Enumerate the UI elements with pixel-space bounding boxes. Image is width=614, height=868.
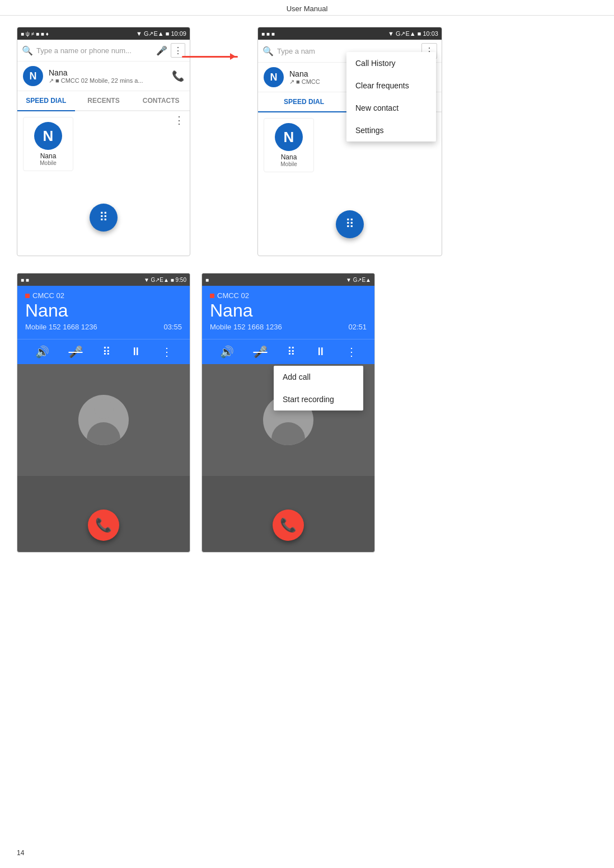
page-header: User Manual — [0, 0, 614, 16]
dropdown-menu: Call History Clear frequents New contact… — [346, 52, 436, 141]
more-icon-3[interactable]: ⋮ — [161, 345, 172, 358]
phone-icon-1: 📞 — [172, 70, 184, 82]
contact-detail-1: ↗ ■ CMCC 02 Mobile, 22 mins a... — [49, 77, 166, 84]
fab-icon-2: ⠿ — [345, 217, 354, 232]
arrow-to-screen2 — [182, 56, 238, 58]
contact-detail-text-2: ↗ ■ CMCC — [289, 78, 320, 86]
call-status-left-4: ■ — [205, 277, 209, 283]
speed-dial-area-1: ⋮ N Nana Mobile ⠿ — [17, 111, 190, 240]
search-icon-1: 🔍 — [22, 45, 33, 56]
recent-contact-bar-1[interactable]: N Nana ↗ ■ CMCC 02 Mobile, 22 mins a... … — [17, 62, 190, 91]
speaker-icon-3[interactable]: 🔊 — [35, 345, 49, 358]
call-status-right-4: ▼ G↗E▲ — [346, 277, 371, 283]
person-body-3 — [87, 422, 120, 445]
speed-dial-card-2[interactable]: N Nana Mobile — [264, 118, 314, 172]
search-icon-2: 🔍 — [263, 46, 274, 56]
call-avatar-area-3 — [17, 364, 190, 476]
contact-name-1: Nana — [49, 68, 166, 77]
tab-speed-dial-1[interactable]: SPEED DIAL — [17, 91, 75, 111]
contact-person-icon-3 — [78, 395, 129, 445]
call-header-4: CMCC 02 Nana Mobile 152 1668 1236 02:51 — [202, 286, 374, 339]
hold-icon-3[interactable]: ⏸ — [130, 345, 142, 358]
speed-dial-avatar-1: N — [34, 122, 62, 150]
mute-icon-3[interactable]: 🎤 — [69, 345, 83, 358]
call-actions-4: 🔊 🎤 ⠿ ⏸ ⋮ — [202, 339, 374, 364]
status-left-2: ■ ■ ■ — [261, 31, 275, 37]
more-icon-4[interactable]: ⋮ — [346, 345, 357, 358]
contact-info-1: Nana ↗ ■ CMCC 02 Mobile, 22 mins a... — [49, 68, 166, 84]
status-bar-2: ■ ■ ■ ▼ G↗E▲ ■ 10:03 — [258, 27, 442, 40]
call-number-3: Mobile 152 1668 1236 — [25, 323, 97, 331]
screen-dialer-main: ■ ψ ≠ ■ ■ ♦ ▼ G↗E▲ ■ 10:09 🔍 Type a name… — [17, 27, 190, 256]
carrier-dot-4 — [210, 294, 214, 298]
status-right-2: ▼ G↗E▲ ■ 10:03 — [388, 30, 438, 37]
speed-dial-avatar-2: N — [275, 123, 303, 151]
person-body-4 — [271, 422, 305, 445]
end-call-icon-4: 📞 — [280, 517, 297, 533]
end-call-button-4[interactable]: 📞 — [273, 510, 304, 541]
header-title: User Manual — [287, 4, 328, 13]
speed-dial-type-2: Mobile — [269, 161, 309, 167]
call-number-time-3: Mobile 152 1668 1236 03:55 — [25, 323, 182, 331]
call-status-left-3: ■ ■ — [21, 277, 29, 283]
screen-dialer-menu: ■ ■ ■ ▼ G↗E▲ ■ 10:03 🔍 Type a nam ⋮ N — [257, 27, 442, 256]
mute-icon-4[interactable]: 🎤 — [254, 345, 268, 358]
fab-button-1[interactable]: ⠿ — [90, 204, 118, 232]
person-head-3 — [94, 399, 114, 419]
call-context-menu: Add call Start recording — [274, 366, 363, 411]
tab-recents-1[interactable]: RECENTS — [75, 91, 133, 110]
call-status-bar-4: ■ ▼ G↗E▲ — [202, 273, 374, 286]
call-number-4: Mobile 152 1668 1236 — [210, 323, 282, 331]
search-field-1[interactable]: Type a name or phone num... — [36, 46, 153, 55]
call-status-bar-3: ■ ■ ▼ G↗E▲ ■ 9:50 — [17, 273, 190, 286]
speed-dial-card-1[interactable]: N Nana Mobile — [23, 117, 73, 171]
status-icons-left-1: ■ ψ ≠ ■ ■ ♦ — [21, 31, 49, 37]
carrier-dot-3 — [25, 294, 30, 298]
speed-dial-more-icon-1[interactable]: ⋮ — [174, 114, 184, 126]
mic-icon-1: 🎤 — [156, 45, 167, 56]
call-duration-4: 02:51 — [348, 323, 367, 331]
search-bar-1: 🔍 Type a name or phone num... 🎤 ⋮ — [17, 40, 190, 62]
tab-contacts-1[interactable]: CONTACTS — [132, 91, 190, 110]
contact-avatar-2: N — [264, 67, 284, 87]
context-start-recording[interactable]: Start recording — [274, 388, 363, 411]
call-carrier-3: CMCC 02 — [25, 291, 182, 300]
status-icons-left-2: ■ ■ ■ — [261, 31, 275, 37]
hold-icon-4[interactable]: ⏸ — [315, 345, 326, 358]
call-duration-3: 03:55 — [163, 323, 182, 331]
speed-dial-name-1: Nana — [28, 152, 68, 160]
status-right-text-2: ▼ G↗E▲ ■ 10:03 — [388, 30, 438, 37]
fab-icon-1: ⠿ — [99, 210, 108, 225]
end-call-button-3[interactable]: 📞 — [88, 510, 119, 541]
keypad-icon-4[interactable]: ⠿ — [287, 345, 296, 358]
call-name-4: Nana — [210, 301, 367, 320]
menu-item-settings[interactable]: Settings — [346, 119, 436, 141]
call-status-right-3: ▼ G↗E▲ ■ 9:50 — [144, 277, 186, 283]
status-bar-1: ■ ψ ≠ ■ ■ ♦ ▼ G↗E▲ ■ 10:09 — [17, 27, 190, 40]
menu-item-call-history[interactable]: Call History — [346, 52, 436, 74]
call-name-3: Nana — [25, 301, 182, 320]
screen-active-call-menu: ■ ▼ G↗E▲ CMCC 02 Nana Mobile 152 1668 12… — [201, 273, 375, 553]
menu-item-new-contact[interactable]: New contact — [346, 97, 436, 119]
page-number: 14 — [17, 849, 24, 857]
status-right-text-1: ▼ G↗E▲ ■ 10:09 — [136, 30, 186, 37]
menu-item-clear-frequents[interactable]: Clear frequents — [346, 74, 436, 97]
call-actions-3: 🔊 🎤 ⠿ ⏸ ⋮ — [17, 339, 190, 364]
screen-active-call: ■ ■ ▼ G↗E▲ ■ 9:50 CMCC 02 Nana Mobile 15… — [17, 273, 190, 553]
contact-detail-text-1: ↗ ■ CMCC 02 Mobile, 22 mins a... — [49, 77, 143, 84]
status-left-icons-1: ■ ψ ≠ ■ ■ ♦ — [21, 31, 49, 37]
call-carrier-4: CMCC 02 — [210, 291, 367, 300]
carrier-text-3: CMCC 02 — [32, 291, 64, 300]
keypad-icon-3[interactable]: ⠿ — [102, 345, 111, 358]
speed-dial-name-2: Nana — [269, 153, 309, 161]
call-number-time-4: Mobile 152 1668 1236 02:51 — [210, 323, 367, 331]
context-add-call[interactable]: Add call — [274, 366, 363, 388]
end-call-icon-3: 📞 — [95, 517, 112, 533]
carrier-text-4: CMCC 02 — [217, 291, 249, 300]
tab-speed-dial-2[interactable]: SPEED DIAL — [258, 92, 350, 112]
call-header-3: CMCC 02 Nana Mobile 152 1668 1236 03:55 — [17, 286, 190, 339]
status-right-1: ▼ G↗E▲ ■ 10:09 — [136, 30, 186, 37]
fab-button-2[interactable]: ⠿ — [336, 210, 364, 238]
speaker-icon-4[interactable]: 🔊 — [220, 345, 234, 358]
speed-dial-type-1: Mobile — [28, 160, 68, 166]
